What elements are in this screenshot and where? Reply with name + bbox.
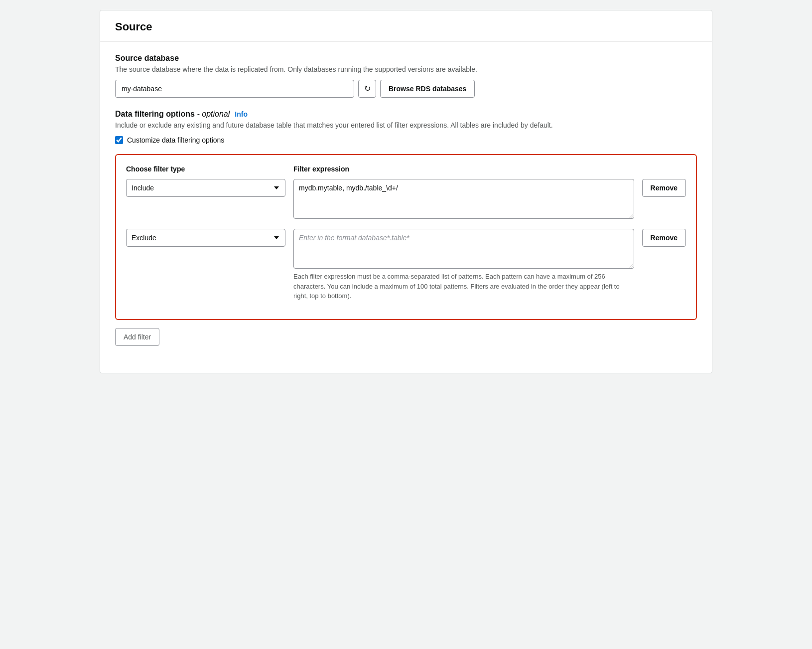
info-link[interactable]: Info [235,110,248,118]
filter-type-select-2[interactable]: Include Exclude [126,229,285,247]
filtering-header-row: Data filtering options - optional Info [115,110,697,119]
source-database-group: Source database The source database wher… [115,54,697,98]
filter-columns-header: Choose filter type Filter expression [126,165,686,173]
section-header: Source [100,10,712,42]
filter-expression-wrapper-2: Each filter expression must be a comma-s… [293,229,634,301]
source-database-input-row: ↻ Browse RDS databases [115,80,697,98]
source-database-description: The source database where the data is re… [115,65,697,75]
filter-type-select-wrapper-1: Include Exclude [126,179,285,197]
filter-row-1: Include Exclude mydb.mytable, mydb./tabl… [126,179,686,221]
filter-box: Choose filter type Filter expression Inc… [115,154,697,320]
filter-expression-wrapper-1: mydb.mytable, mydb./table_\d+/ [293,179,634,221]
filter-row-2: Include Exclude Each filter expression m… [126,229,686,301]
filter-expression-textarea-2[interactable] [293,229,634,269]
add-filter-button[interactable]: Add filter [115,328,159,346]
filter-hint: Each filter expression must be a comma-s… [293,272,634,301]
col-header-expression: Filter expression [293,165,678,173]
refresh-icon: ↻ [364,84,371,93]
page-container: Source Source database The source databa… [100,10,712,373]
browse-rds-button[interactable]: Browse RDS databases [380,80,475,98]
browse-rds-label: Browse RDS databases [389,85,466,93]
source-database-label: Source database [115,54,697,63]
remove-button-wrapper-2: Remove [642,229,686,247]
remove-button-2[interactable]: Remove [642,229,686,247]
refresh-button[interactable]: ↻ [358,80,376,98]
filtering-label: Data filtering options - optional [115,110,230,119]
section-title: Source [115,20,697,33]
optional-text: - optional [197,110,230,118]
data-filtering-group: Data filtering options - optional Info I… [115,110,697,346]
source-database-input[interactable] [115,80,354,98]
remove-button-wrapper-1: Remove [642,179,686,197]
filter-expression-textarea-1[interactable]: mydb.mytable, mydb./table_\d+/ [293,179,634,219]
customize-checkbox-label[interactable]: Customize data filtering options [127,136,224,144]
add-filter-label: Add filter [124,333,151,341]
col-header-filter-type: Choose filter type [126,165,285,173]
filtering-description: Include or exclude any existing and futu… [115,121,697,131]
filter-type-select-wrapper-2: Include Exclude [126,229,285,247]
customize-checkbox-row: Customize data filtering options [115,136,697,144]
remove-button-1[interactable]: Remove [642,179,686,197]
filter-type-select-1[interactable]: Include Exclude [126,179,285,197]
customize-checkbox[interactable] [115,136,123,144]
section-content: Source database The source database wher… [100,42,712,373]
